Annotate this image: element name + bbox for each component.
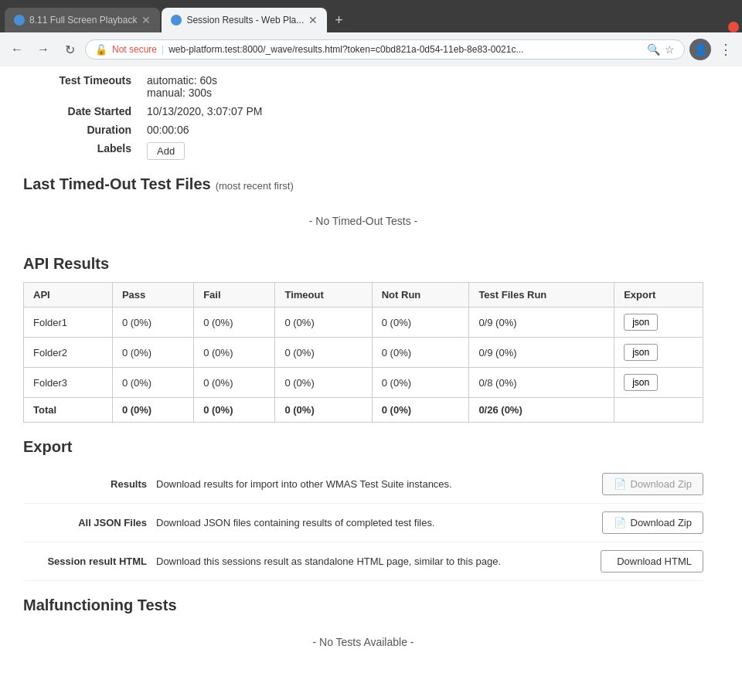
cell-testfilesrun: 0/9 (0%) — [469, 308, 614, 338]
cell-fail: 0 (0%) — [194, 368, 275, 398]
export-desc-0: Download results for import into other W… — [156, 478, 593, 490]
timedout-empty-message: - No Timed-Out Tests - — [23, 202, 703, 240]
new-tab-button[interactable]: + — [328, 8, 349, 32]
url-separator: | — [162, 44, 164, 55]
api-results-table: API Pass Fail Timeout Not Run Test Files… — [23, 282, 703, 423]
tab-fullscreen-playback[interactable]: 8.11 Full Screen Playback ✕ — [5, 8, 160, 32]
duration-row: Duration 00:00:06 — [23, 124, 703, 136]
cell-testfilesrun: 0/9 (0%) — [469, 338, 614, 368]
cell-fail: 0 (0%) — [194, 308, 275, 338]
test-timeouts-value: automatic: 60smanual: 300s — [147, 74, 217, 99]
duration-label: Duration — [23, 124, 147, 136]
export-label-2: Session result HTML — [23, 556, 147, 567]
cell-notrun: 0 (0%) — [372, 368, 469, 398]
export-button-2[interactable]: Download HTML — [601, 550, 703, 573]
cell-pass: 0 (0%) — [112, 338, 193, 368]
cell-total-export — [614, 398, 703, 423]
add-label-button[interactable]: Add — [147, 142, 185, 160]
export-btn-label-0: Download Zip — [631, 478, 693, 490]
back-button[interactable]: ← — [6, 39, 28, 60]
col-testfilesrun: Test Files Run — [469, 283, 614, 308]
export-label-1: All JSON Files — [23, 517, 147, 528]
export-icon-1: 📄 — [614, 517, 626, 528]
bookmark-icon[interactable]: ☆ — [665, 43, 675, 56]
table-total-row: Total 0 (0%) 0 (0%) 0 (0%) 0 (0%) 0/26 (… — [24, 398, 703, 423]
export-button-0: 📄 Download Zip — [602, 473, 704, 495]
cell-total-label: Total — [24, 398, 113, 423]
date-started-label: Date Started — [23, 105, 147, 117]
cell-total-testfilesrun: 0/26 (0%) — [469, 398, 614, 423]
malfunctioning-heading: Malfunctioning Tests — [23, 596, 703, 614]
cell-timeout: 0 (0%) — [275, 338, 372, 368]
date-started-value: 10/13/2020, 3:07:07 PM — [147, 105, 262, 117]
api-results-heading: API Results — [23, 255, 703, 273]
profile-button[interactable]: 👤 — [689, 39, 711, 60]
export-section-heading: Export — [23, 438, 703, 456]
col-pass: Pass — [112, 283, 193, 308]
cell-total-pass: 0 (0%) — [112, 398, 193, 423]
labels-row: Labels Add — [23, 142, 703, 160]
export-btn-label-2: Download HTML — [617, 556, 692, 567]
refresh-button[interactable]: ↻ — [59, 39, 80, 60]
security-icon: 🔓 — [95, 44, 107, 56]
json-export-button[interactable]: json — [624, 314, 658, 331]
col-export: Export — [614, 283, 703, 308]
nav-bar: ← → ↻ 🔓 Not secure | web-platform.test:8… — [0, 32, 742, 66]
tab1-favicon — [14, 15, 25, 25]
col-timeout: Timeout — [275, 283, 372, 308]
cell-export: json — [614, 338, 703, 368]
cell-notrun: 0 (0%) — [372, 308, 469, 338]
tab-session-results[interactable]: Session Results - Web Pla... ✕ — [162, 8, 327, 32]
cell-pass: 0 (0%) — [112, 308, 193, 338]
col-notrun: Not Run — [372, 283, 469, 308]
export-row: All JSON Files Download JSON files conta… — [23, 504, 703, 542]
cell-timeout: 0 (0%) — [275, 308, 372, 338]
browser-chrome: 8.11 Full Screen Playback ✕ Session Resu… — [0, 0, 742, 66]
duration-value: 00:00:06 — [147, 124, 189, 136]
cell-export: json — [614, 308, 703, 338]
cell-pass: 0 (0%) — [112, 368, 193, 398]
table-header-row: API Pass Fail Timeout Not Run Test Files… — [24, 283, 703, 308]
tab1-title: 8.11 Full Screen Playback — [29, 15, 137, 25]
export-button-1[interactable]: 📄 Download Zip — [602, 511, 704, 534]
forward-button[interactable]: → — [32, 39, 54, 60]
date-started-row: Date Started 10/13/2020, 3:07:07 PM — [23, 105, 703, 117]
test-timeouts-row: Test Timeouts automatic: 60smanual: 300s — [23, 74, 703, 99]
timedout-section-heading: Last Timed-Out Test Files(most recent fi… — [23, 175, 703, 193]
window-close-button[interactable] — [728, 22, 739, 32]
table-row: Folder1 0 (0%) 0 (0%) 0 (0%) 0 (0%) 0/9 … — [24, 308, 703, 338]
export-desc-1: Download JSON files containing results o… — [156, 517, 593, 528]
cell-fail: 0 (0%) — [194, 338, 275, 368]
json-export-button[interactable]: json — [624, 374, 658, 391]
cell-total-fail: 0 (0%) — [194, 398, 275, 423]
test-timeouts-label: Test Timeouts — [23, 74, 147, 87]
page-content: Test Timeouts automatic: 60smanual: 300s… — [0, 66, 742, 700]
tab2-close[interactable]: ✕ — [308, 15, 318, 25]
export-btn-label-1: Download Zip — [631, 517, 693, 528]
tab1-close[interactable]: ✕ — [141, 15, 151, 25]
malfunctioning-empty-message: - No Tests Available - — [23, 624, 703, 661]
search-icon[interactable]: 🔍 — [647, 43, 660, 56]
col-fail: Fail — [194, 283, 275, 308]
cell-api-name: Folder1 — [24, 308, 113, 338]
export-rows: Results Download results for import into… — [23, 465, 703, 581]
not-secure-label: Not secure — [112, 44, 157, 55]
col-api: API — [24, 283, 113, 308]
table-row: Folder2 0 (0%) 0 (0%) 0 (0%) 0 (0%) 0/9 … — [24, 338, 703, 368]
export-row: Session result HTML Download this sessio… — [23, 542, 703, 581]
cell-api-name: Folder2 — [24, 338, 113, 368]
export-icon-0: 📄 — [614, 478, 626, 490]
export-row: Results Download results for import into… — [23, 465, 703, 504]
address-bar[interactable]: 🔓 Not secure | web-platform.test:8000/_w… — [85, 39, 685, 59]
menu-button[interactable]: ⋮ — [716, 41, 736, 58]
export-label-0: Results — [23, 478, 147, 490]
cell-export: json — [614, 368, 703, 398]
cell-api-name: Folder3 — [24, 368, 113, 398]
cell-notrun: 0 (0%) — [372, 338, 469, 368]
tab2-favicon — [171, 15, 182, 25]
cell-total-timeout: 0 (0%) — [275, 398, 372, 423]
cell-total-notrun: 0 (0%) — [372, 398, 469, 423]
json-export-button[interactable]: json — [624, 344, 658, 361]
tab2-title: Session Results - Web Pla... — [186, 15, 304, 25]
cell-testfilesrun: 0/8 (0%) — [469, 368, 614, 398]
